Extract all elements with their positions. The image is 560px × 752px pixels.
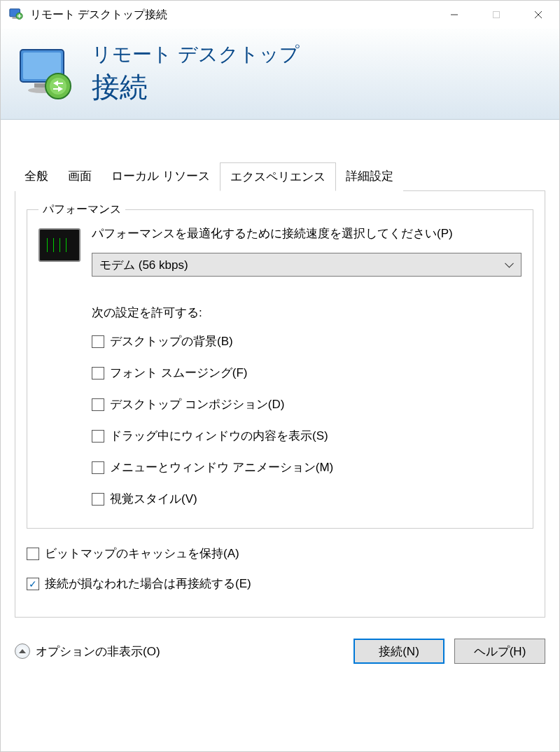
- checkbox-font-smoothing[interactable]: フォント スムージング(F): [92, 365, 522, 381]
- checkbox-visual-styles[interactable]: 視覚スタイル(V): [92, 491, 522, 507]
- checkbox-icon: [92, 493, 104, 506]
- options-toggle[interactable]: オプションの非表示(O): [15, 643, 160, 660]
- connection-speed-select[interactable]: モデム (56 kbps): [92, 253, 522, 277]
- tab-panel-experience: パフォーマンス パフォーマンスを最適化するために接続速度を選択してください(P)…: [15, 191, 545, 618]
- performance-group: パフォーマンス パフォーマンスを最適化するために接続速度を選択してください(P)…: [27, 202, 533, 529]
- help-button[interactable]: ヘルプ(H): [454, 639, 545, 664]
- header-icon: [15, 43, 78, 106]
- checkbox-label: デスクトップ コンポジション(D): [110, 396, 284, 412]
- tab-experience[interactable]: エクスペリエンス: [220, 162, 336, 191]
- close-button[interactable]: [517, 1, 559, 29]
- checkbox-label: デスクトップの背景(B): [110, 333, 233, 349]
- performance-legend: パフォーマンス: [38, 202, 125, 217]
- tab-general[interactable]: 全般: [15, 162, 58, 191]
- checkbox-label: 接続が損なわれた場合は再接続する(E): [45, 576, 251, 592]
- window-title: リモート デスクトップ接続: [30, 8, 433, 22]
- options-toggle-label: オプションの非表示(O): [36, 643, 160, 660]
- header-subtitle: 接続: [92, 68, 300, 106]
- minimize-button[interactable]: [433, 1, 475, 29]
- tab-strip: 全般 画面 ローカル リソース エクスペリエンス 詳細設定: [15, 162, 545, 191]
- checkbox-label: ドラッグ中にウィンドウの内容を表示(S): [110, 428, 328, 444]
- checkbox-icon: [27, 548, 39, 560]
- checkbox-desktop-composition[interactable]: デスクトップ コンポジション(D): [92, 396, 522, 412]
- connection-speed-value: モデム (56 kbps): [99, 257, 188, 273]
- maximize-button: [475, 1, 517, 29]
- checkbox-icon: [92, 398, 104, 411]
- checkbox-icon: [92, 335, 104, 348]
- checkbox-show-window-contents[interactable]: ドラッグ中にウィンドウの内容を表示(S): [92, 428, 522, 444]
- connect-button[interactable]: 接続(N): [354, 639, 444, 664]
- checkbox-bitmap-cache[interactable]: ビットマップのキャッシュを保持(A): [27, 545, 533, 562]
- checkbox-icon: [92, 461, 104, 474]
- svg-rect-4: [493, 12, 500, 18]
- checkbox-icon: ✓: [27, 578, 39, 590]
- tab-local-resources[interactable]: ローカル リソース: [102, 162, 220, 191]
- tab-advanced[interactable]: 詳細設定: [336, 162, 403, 191]
- performance-instruction: パフォーマンスを最適化するために接続速度を選択してください(P): [92, 225, 522, 242]
- collapse-icon: [15, 643, 30, 659]
- checkbox-desktop-background[interactable]: デスクトップの背景(B): [92, 333, 522, 349]
- checkbox-icon: [92, 367, 104, 380]
- checkbox-menu-animation[interactable]: メニューとウィンドウ アニメーション(M): [92, 459, 522, 475]
- header: リモート デスクトップ 接続: [1, 29, 559, 120]
- checkbox-label: ビットマップのキャッシュを保持(A): [45, 545, 239, 562]
- checkbox-reconnect[interactable]: ✓ 接続が損なわれた場合は再接続する(E): [27, 576, 533, 592]
- checkbox-label: フォント スムージング(F): [110, 365, 247, 381]
- checkbox-icon: [92, 430, 104, 443]
- allow-settings-label: 次の設定を許可する:: [92, 305, 522, 321]
- checkbox-label: メニューとウィンドウ アニメーション(M): [110, 459, 333, 475]
- tab-display[interactable]: 画面: [58, 162, 102, 191]
- app-icon: [8, 6, 24, 23]
- checkbox-label: 視覚スタイル(V): [110, 491, 197, 507]
- footer: オプションの非表示(O) 接続(N) ヘルプ(H): [1, 639, 559, 678]
- performance-icon: [38, 228, 80, 262]
- header-title: リモート デスクトップ: [92, 41, 300, 68]
- titlebar: リモート デスクトップ接続: [1, 1, 559, 29]
